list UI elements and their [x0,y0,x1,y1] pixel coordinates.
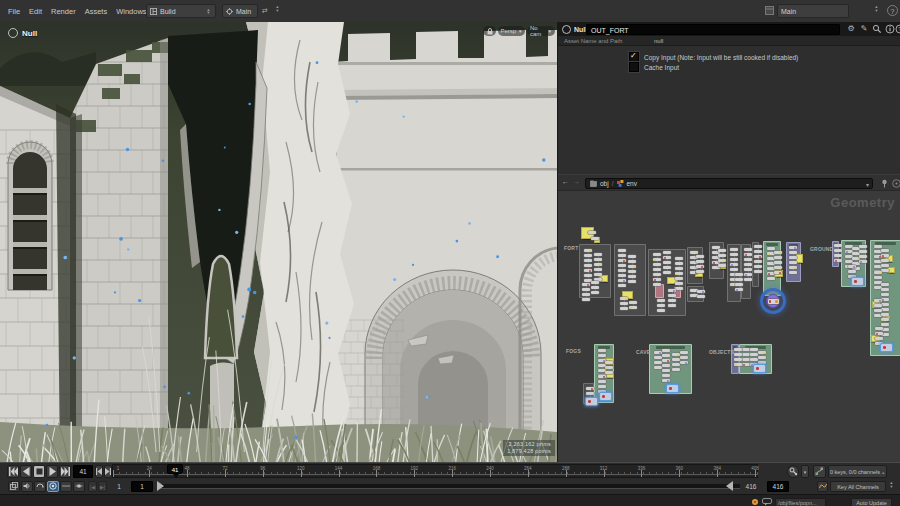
node[interactable] [605,371,613,374]
node[interactable] [618,269,626,272]
go-to-start-button[interactable] [7,465,19,478]
node[interactable] [875,332,883,335]
asset-value[interactable]: null [654,38,663,44]
display-flag-node[interactable] [851,277,864,286]
next-key-button[interactable]: ▶| [98,481,107,492]
node[interactable] [584,259,592,262]
node[interactable] [657,309,665,312]
range-start-handle[interactable] [157,481,164,491]
node[interactable] [774,251,782,254]
realtime-playback-toggle[interactable] [47,481,59,492]
node[interactable] [774,256,782,259]
node[interactable] [620,302,628,305]
crumb-obj[interactable]: obj [600,180,609,187]
node[interactable] [618,279,626,282]
node[interactable] [598,375,606,378]
node[interactable] [734,363,742,366]
camera-lock-button[interactable] [483,26,496,36]
channel-graph-button[interactable] [813,465,826,478]
node[interactable] [874,299,882,302]
node[interactable] [662,369,670,372]
node[interactable] [696,260,704,263]
node[interactable] [750,348,758,351]
node[interactable] [663,251,671,254]
help-icon[interactable] [892,179,900,188]
node[interactable] [654,356,662,359]
node[interactable] [668,304,676,307]
node[interactable] [789,261,797,264]
node[interactable] [767,277,775,280]
playback-range-slider[interactable] [158,484,740,489]
node[interactable] [758,356,766,359]
node[interactable] [834,244,842,247]
node[interactable] [675,282,683,285]
cooked-node-path[interactable]: /obj/flies/popn... [775,498,826,506]
node[interactable] [629,301,637,304]
desktop-spinner[interactable]: ▴▾ [205,8,212,15]
node[interactable] [881,264,889,267]
node[interactable] [859,250,867,253]
node[interactable] [594,253,602,256]
node[interactable] [584,269,592,272]
node[interactable] [718,249,726,252]
node[interactable] [591,281,599,284]
info-icon[interactable] [885,24,895,34]
node[interactable] [653,258,661,261]
node[interactable] [789,256,797,259]
go-to-end-button[interactable] [59,465,71,478]
view-mode-dropdown[interactable]: Persp▼ [498,26,525,36]
node[interactable] [874,304,882,307]
node[interactable] [662,364,670,367]
loop-mode-toggle[interactable] [34,481,46,492]
node[interactable] [874,245,882,248]
node[interactable] [618,264,626,267]
node[interactable] [591,237,599,240]
node[interactable] [881,259,889,262]
node[interactable] [881,283,889,286]
node[interactable] [598,354,606,357]
node[interactable] [618,259,626,262]
node[interactable] [742,358,750,361]
node[interactable] [653,253,661,256]
node[interactable] [620,297,628,300]
step-back-button[interactable] [95,465,103,478]
node[interactable] [675,257,683,260]
path-dropdown-caret[interactable]: ▾ [866,181,869,188]
node[interactable] [834,254,842,257]
node[interactable] [735,273,743,276]
node[interactable] [754,255,762,258]
node[interactable] [774,266,782,269]
node[interactable] [657,304,665,307]
node[interactable] [586,392,594,395]
node[interactable] [654,351,662,354]
node[interactable] [874,271,882,274]
help-icon[interactable]: ? [895,24,900,34]
node[interactable] [859,255,867,258]
auto-update-dropdown[interactable]: Auto Update [851,498,892,506]
pin-icon[interactable] [880,179,889,188]
node[interactable] [874,309,882,312]
node[interactable] [672,358,680,361]
node[interactable] [730,263,738,266]
node[interactable] [584,254,592,257]
node[interactable] [744,273,752,276]
key-all-spinner[interactable]: ▴▾ [888,481,895,488]
node[interactable] [744,268,752,271]
forward-arrow-icon[interactable]: → [573,178,580,185]
node[interactable] [628,275,636,278]
node[interactable] [605,361,613,364]
node[interactable] [663,261,671,264]
menu-windows[interactable]: Windows [116,7,146,16]
node[interactable] [662,379,670,382]
node[interactable] [774,261,782,264]
node[interactable] [881,323,889,326]
node[interactable] [859,245,867,248]
node[interactable] [582,293,590,296]
node[interactable] [718,264,726,267]
current-frame-field[interactable]: 41 [73,465,93,478]
node[interactable] [754,270,762,273]
copy-input-checkbox[interactable]: ✓ [629,52,639,62]
node[interactable] [653,278,661,281]
display-flag-node[interactable] [753,364,766,373]
node[interactable] [875,337,883,340]
